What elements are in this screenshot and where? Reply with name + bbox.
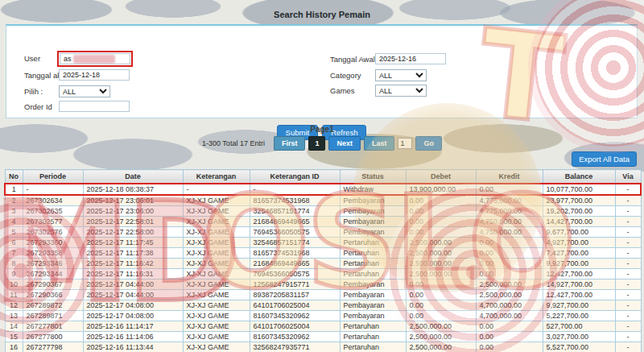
last-page-button[interactable]: Last: [364, 136, 395, 151]
keterangan-id-link[interactable]: 81657374531968: [250, 248, 340, 259]
user-input-highlight: as: [57, 51, 133, 67]
table-cell: XJ-XJ GAME: [183, 259, 250, 269]
table-cell: 267290367: [23, 280, 83, 290]
end-date-input[interactable]: [59, 69, 130, 81]
go-button[interactable]: Go: [415, 136, 442, 151]
table-cell: Pembayaran: [340, 290, 406, 300]
games-field-row: Games ALL: [330, 85, 572, 97]
games-select[interactable]: ALL: [375, 85, 427, 97]
table-row: 52673025762025-12-17 22:58:00XJ-XJ GAME7…: [5, 227, 641, 238]
table-cell: -: [615, 184, 641, 195]
table-cell: -: [615, 321, 641, 332]
table-cell: 9,677,700.00: [543, 227, 615, 238]
table-cell: 267293358: [23, 248, 83, 259]
table-cell: -: [615, 248, 641, 259]
keterangan-id-link[interactable]: 76945366050575: [250, 269, 340, 280]
keterangan-id-link[interactable]: 32546857151774: [250, 206, 340, 217]
keterangan-id-link[interactable]: 89387205831157: [250, 290, 340, 300]
table-cell: 2025-12-17 04:08:00: [83, 300, 183, 311]
table-cell: Pertaruhan: [340, 321, 406, 332]
table-cell: 12,427,700.00: [543, 290, 615, 300]
column-header: Periode: [23, 170, 83, 184]
table-row: 72672933582025-12-17 11:17:38XJ-XJ GAME8…: [5, 248, 641, 259]
table-cell: -: [615, 280, 641, 290]
table-cell: 9,927,700.00: [543, 259, 615, 269]
redaction-blur: [73, 55, 115, 64]
table-cell: 267293344: [23, 269, 83, 280]
goto-page-input[interactable]: [398, 138, 412, 149]
keterangan-id-link[interactable]: 12568247915771: [250, 280, 340, 290]
table-row: 32673026352025-12-17 23:06:00XJ-XJ GAME3…: [5, 206, 641, 217]
table-cell: 2,500,000.00: [406, 238, 476, 248]
table-cell: 14: [5, 321, 23, 332]
table-row: 22673026342025-12-17 23:06:01XJ-XJ GAME8…: [5, 195, 641, 206]
pilih-label: Pilih :: [24, 87, 43, 96]
table-cell: 4,775,000.00: [476, 195, 543, 206]
user-input[interactable]: as: [60, 53, 130, 64]
column-header: Status: [340, 170, 406, 184]
pilih-select[interactable]: ALL: [59, 85, 110, 97]
screen: Search History Pemain User as Tanggal ak…: [0, 0, 644, 352]
keterangan-id-link[interactable]: 81657374531968: [250, 195, 340, 206]
table-cell: XJ-XJ GAME: [183, 248, 250, 259]
table-cell: XJ-XJ GAME: [183, 195, 250, 206]
table-cell: Pertaruhan: [340, 259, 406, 269]
current-page-button[interactable]: 1: [308, 136, 325, 151]
next-page-button[interactable]: Next: [328, 136, 361, 151]
keterangan-id-link[interactable]: 32568247935771: [250, 342, 340, 352]
table-cell: 2,500,000.00: [406, 321, 476, 332]
table-cell: Pertaruhan: [340, 342, 406, 352]
table-cell: XJ-XJ GAME: [183, 332, 250, 342]
table-cell: Withdraw: [340, 184, 406, 195]
export-all-data-button[interactable]: Export All Data: [572, 151, 637, 167]
table-cell: 3,027,700.00: [543, 332, 615, 342]
table-cell: 2025-12-17 11:17:45: [83, 238, 183, 248]
first-page-button[interactable]: First: [274, 136, 306, 151]
keterangan-id-link[interactable]: 64101706025004: [250, 300, 340, 311]
page-indicator: Page1: [0, 125, 644, 134]
keterangan-id-link[interactable]: 32546857151774: [250, 238, 340, 248]
start-date-input[interactable]: [375, 53, 446, 64]
table-cell: 11: [5, 290, 23, 300]
table-cell: XJ-XJ GAME: [183, 300, 250, 311]
table-cell: 267289872: [23, 300, 83, 311]
keterangan-id-link[interactable]: 81607345320962: [250, 332, 340, 342]
table-cell: 2025-12-17 04:44:00: [83, 290, 183, 300]
table-cell: 2025-12-17 04:08:00: [83, 311, 183, 321]
table-cell: XJ-XJ GAME: [183, 238, 250, 248]
column-header: No: [5, 170, 23, 184]
table-cell: -: [615, 227, 641, 238]
table-row: 1-2025-12-18 08:38:37--Withdraw13,900,00…: [5, 184, 641, 195]
order-id-input[interactable]: [59, 101, 130, 112]
table-row: 42673025772025-12-17 22:58:01XJ-XJ GAME2…: [5, 217, 641, 227]
table-row: 132672898712025-12-17 04:08:00XJ-XJ GAME…: [5, 311, 641, 321]
table-cell: 0.00: [476, 184, 543, 195]
keterangan-id-link[interactable]: 21684869449665: [250, 217, 340, 227]
table-cell: 2,500,000.00: [406, 259, 476, 269]
keterangan-id-link[interactable]: 81607345320962: [250, 311, 340, 321]
table-row: 92672933442025-12-17 11:16:31XJ-XJ GAME7…: [5, 269, 641, 280]
table-cell: 2025-12-17 04:44:00: [83, 280, 183, 290]
table-cell: 2025-12-17 11:16:42: [83, 259, 183, 269]
table-cell: 16: [5, 342, 23, 352]
table-cell: 2025-12-16 11:14:17: [83, 321, 183, 332]
category-select[interactable]: ALL: [375, 69, 427, 81]
table-cell: 7,427,700.00: [543, 248, 615, 259]
table-cell: -: [183, 184, 250, 195]
table-cell: -: [615, 300, 641, 311]
column-header: Debet: [406, 170, 476, 184]
table-cell: 2025-12-17 22:58:00: [83, 227, 183, 238]
table-row: 152672778002025-12-16 11:14:06XJ-XJ GAME…: [5, 332, 641, 342]
table-cell: 2,500,000.00: [406, 248, 476, 259]
table-cell: 2,500,000.00: [476, 290, 543, 300]
table-cell: 267277798: [23, 342, 83, 352]
user-value: as: [64, 55, 72, 63]
keterangan-id-link[interactable]: 76945366050575: [250, 227, 340, 238]
table-cell: 12: [5, 300, 23, 311]
keterangan-id-link[interactable]: 21684869449665: [250, 259, 340, 269]
table-cell: 267277800: [23, 332, 83, 342]
table-cell: 15: [5, 332, 23, 342]
table-cell: 9,927,700.00: [543, 300, 615, 311]
keterangan-id-link[interactable]: 64101706025004: [250, 321, 340, 332]
table-cell: 267290366: [23, 290, 83, 300]
